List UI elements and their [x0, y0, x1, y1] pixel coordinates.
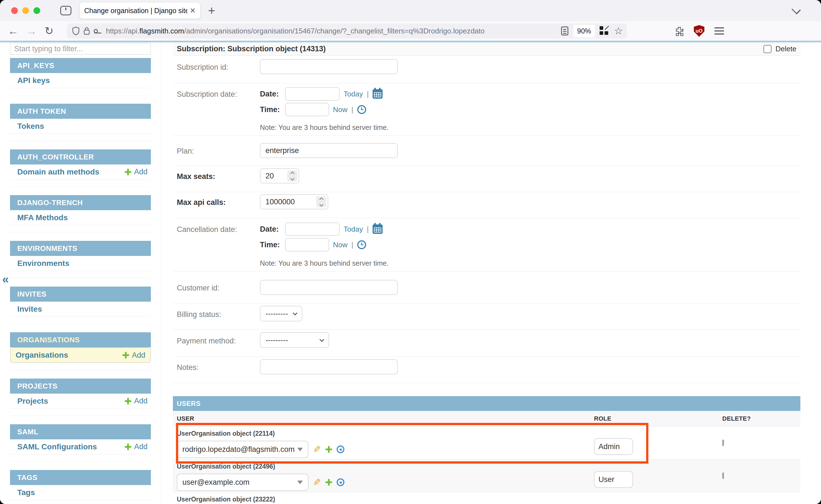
clock-icon[interactable]	[357, 240, 366, 249]
payment-method-select[interactable]: ---------	[260, 332, 329, 348]
sidebar-item-label[interactable]: Organisations	[16, 351, 68, 360]
sidebar-item-mfa-methods[interactable]: MFA Methods	[10, 210, 151, 225]
sidebar-item-label[interactable]: Invites	[17, 305, 42, 314]
sidebar-item-label[interactable]: API keys	[17, 76, 50, 85]
sidebar-item-saml-configurations[interactable]: SAML Configurations Add	[10, 439, 151, 454]
firefox-view-icon[interactable]	[60, 6, 71, 15]
permissions-icon[interactable]	[94, 28, 102, 34]
back-button[interactable]: ←	[8, 26, 18, 36]
column-role: ROLE	[589, 415, 714, 422]
now-link[interactable]: Now	[333, 241, 347, 249]
sidebar-item-label[interactable]: Tags	[17, 488, 35, 497]
sidebar-item-tags[interactable]: Tags	[10, 485, 151, 500]
date-input[interactable]	[285, 87, 340, 101]
field-notes: Notes:	[173, 357, 800, 383]
time-input[interactable]	[285, 238, 329, 251]
lock-icon[interactable]	[83, 26, 90, 35]
close-window-button[interactable]	[11, 7, 18, 14]
sidebar-item-tokens[interactable]: Tokens	[10, 119, 151, 134]
forward-button[interactable]: →	[26, 26, 37, 36]
customer-id-input[interactable]	[260, 280, 398, 295]
add-link[interactable]: Add	[125, 397, 147, 405]
add-label[interactable]: Add	[134, 397, 147, 405]
field-payment-method: Payment method: ---------	[173, 329, 800, 357]
tracking-protection-shield-icon[interactable]	[72, 26, 80, 35]
active-tab[interactable]: Change organisation | Django site ad ✕	[80, 3, 200, 19]
sidebar-collapse-toggle[interactable]: «	[2, 273, 9, 286]
sidebar-item-invites[interactable]: Invites	[10, 302, 151, 317]
role-select[interactable]: Admin	[594, 438, 633, 455]
divider	[10, 134, 151, 141]
number-spinner[interactable]	[287, 170, 297, 181]
add-link[interactable]: Add	[125, 442, 147, 451]
sidebar-item-label[interactable]: SAML Configurations	[17, 442, 97, 451]
zoom-window-button[interactable]	[33, 7, 40, 14]
today-link[interactable]: Today	[343, 90, 363, 98]
sidebar-item-label[interactable]: Tokens	[17, 122, 44, 131]
reload-button[interactable]: ↻	[45, 26, 54, 36]
spin-up-icon[interactable]	[319, 197, 323, 202]
now-link[interactable]: Now	[333, 105, 347, 114]
add-plus-icon[interactable]	[325, 446, 332, 453]
extensions-puzzle-icon[interactable]	[674, 26, 684, 36]
field-label: Subscription date:	[173, 87, 260, 132]
subscription-id-input[interactable]	[260, 59, 398, 74]
edit-pencil-icon[interactable]: ✎	[313, 478, 321, 487]
minimize-window-button[interactable]	[22, 7, 29, 14]
edit-pencil-icon[interactable]: ✎	[313, 445, 321, 454]
spin-up-icon[interactable]	[290, 171, 294, 176]
zoom-level-indicator[interactable]: 90%	[573, 25, 595, 37]
sidebar-item-domain-auth-methods[interactable]: Domain auth methods Add	[10, 164, 151, 180]
max-api-calls-stepper[interactable]	[260, 194, 328, 209]
spin-down-icon[interactable]	[290, 176, 294, 181]
date-input[interactable]	[285, 222, 340, 236]
sidebar-item-organisations[interactable]: Organisations Add	[10, 347, 151, 363]
add-label[interactable]: Add	[134, 168, 147, 176]
sidebar-filter-input[interactable]	[10, 43, 151, 55]
calendar-icon[interactable]	[372, 89, 382, 99]
max-seats-stepper[interactable]	[260, 168, 299, 183]
number-spinner[interactable]	[316, 196, 326, 207]
row-delete-checkbox[interactable]	[722, 440, 724, 446]
divider	[10, 363, 151, 370]
row-delete-checkbox[interactable]	[722, 473, 724, 479]
calendar-icon[interactable]	[372, 224, 382, 234]
view-eye-icon[interactable]	[336, 478, 344, 486]
clock-icon[interactable]	[357, 105, 366, 114]
sidebar-item-projects[interactable]: Projects Add	[10, 394, 151, 409]
billing-status-select[interactable]: ---------	[260, 306, 302, 321]
sidebar-item-label[interactable]: Environments	[17, 259, 69, 268]
notes-input[interactable]	[260, 359, 398, 374]
user-select[interactable]: user@example.com	[177, 474, 308, 491]
bookmark-star-icon[interactable]: ☆	[614, 26, 623, 36]
today-link[interactable]: Today	[343, 225, 363, 234]
separator: |	[367, 225, 369, 234]
spin-down-icon[interactable]	[319, 202, 323, 207]
sidebar-item-label[interactable]: Projects	[17, 397, 48, 406]
plan-input[interactable]	[260, 143, 398, 158]
add-link[interactable]: Add	[122, 351, 145, 360]
sidebar-item-environments[interactable]: Environments	[10, 256, 151, 271]
date-subrow: Date: Today |	[260, 87, 388, 101]
sidebar-item-label[interactable]: MFA Methods	[17, 213, 68, 222]
sidebar-item-label[interactable]: Domain auth methods	[17, 168, 99, 176]
user-select[interactable]: rodrigo.lopezdato@flagsmith.com	[177, 441, 308, 458]
new-tab-button[interactable]: +	[208, 4, 215, 17]
delete-checkbox[interactable]	[763, 45, 772, 53]
url-bar[interactable]: https://api.flagsmith.com/admin/organisa…	[67, 23, 627, 38]
field-label: Customer id:	[173, 280, 260, 295]
time-input[interactable]	[285, 103, 329, 116]
add-link[interactable]: Add	[125, 168, 147, 176]
menu-hamburger-icon[interactable]	[715, 27, 724, 35]
tab-close-icon[interactable]: ✕	[190, 6, 196, 15]
list-all-tabs-button[interactable]	[793, 6, 800, 13]
screenshot-icon[interactable]	[600, 26, 609, 36]
add-label[interactable]: Add	[134, 442, 147, 451]
add-plus-icon[interactable]	[325, 479, 332, 486]
view-eye-icon[interactable]	[336, 445, 344, 453]
add-label[interactable]: Add	[132, 351, 145, 360]
ublock-origin-icon[interactable]: uO	[694, 25, 704, 37]
role-select[interactable]: User	[594, 471, 633, 488]
reader-mode-icon[interactable]	[561, 26, 568, 35]
sidebar-item-api-keys[interactable]: API keys	[10, 73, 151, 88]
